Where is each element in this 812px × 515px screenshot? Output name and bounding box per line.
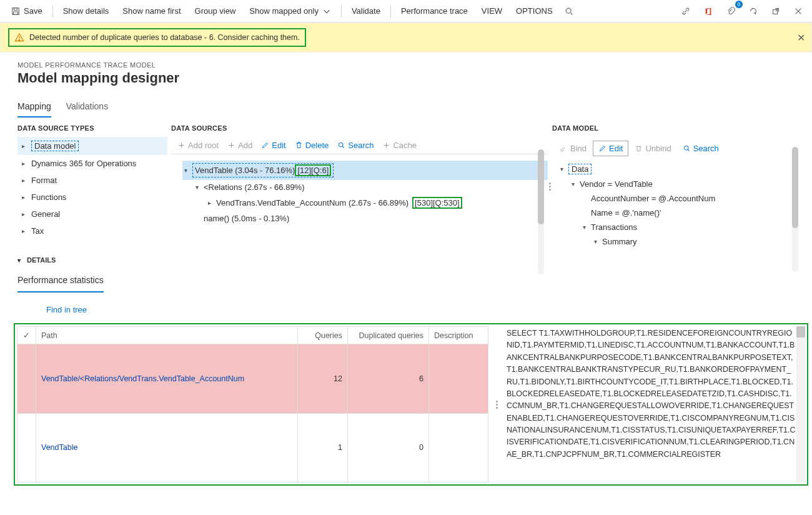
details-section: ▾DETAILS Performance statistics Find in … — [0, 249, 812, 314]
unbind-button[interactable]: Unbind — [630, 141, 676, 156]
close-button[interactable] — [790, 2, 807, 20]
tab-validations[interactable]: Validations — [66, 98, 108, 118]
group-view-button[interactable]: Group view — [189, 2, 242, 19]
path-link[interactable]: VendTable — [41, 443, 77, 452]
view-menu[interactable]: VIEW — [475, 2, 508, 19]
trash-icon — [295, 141, 303, 149]
ds-type-functions[interactable]: Functions — [17, 189, 167, 206]
warning-close-button[interactable]: ✕ — [797, 32, 805, 44]
warning-highlight: Detected number of duplicate queries to … — [8, 28, 306, 47]
add-button[interactable]: Add — [227, 141, 252, 150]
svg-line-15 — [342, 146, 344, 148]
data-sources-tree: VendTable (3.04s - 76.16%)[12][Q:6] <Rel… — [171, 154, 548, 226]
data-model-heading: DATA MODEL — [552, 124, 802, 132]
show-name-first-button[interactable]: Show name first — [116, 2, 187, 19]
ds-node-vendtable[interactable]: VendTable (3.04s - 76.16%)[12][Q:6] — [182, 161, 548, 180]
data-sources-toolbar: Add root Add Edit Delete Search Cache — [171, 137, 548, 154]
dm-node-name[interactable]: Name = @.'name()' — [558, 206, 800, 220]
trash-icon — [635, 144, 643, 152]
page-title: Model mapping designer — [17, 70, 795, 86]
performance-stats-table: ✓ Path Queries Duplicated queries Descri… — [17, 326, 488, 482]
data-model-toolbar: Bind Edit Unbind Search — [552, 137, 802, 161]
cache-button[interactable]: Cache — [382, 141, 417, 150]
warning-text: Detected number of duplicate queries to … — [29, 33, 300, 42]
options-menu[interactable]: OPTIONS — [510, 2, 559, 19]
details-splitter[interactable] — [495, 401, 499, 409]
svg-point-18 — [684, 146, 688, 150]
dm-search-button[interactable]: Search — [678, 141, 724, 156]
attachments-badge: 0 — [735, 1, 743, 8]
svg-line-4 — [570, 12, 572, 14]
separator — [341, 5, 342, 18]
ds-type-data-model[interactable]: Data model — [17, 137, 167, 155]
col-dup-queries[interactable]: Duplicated queries — [348, 327, 429, 344]
data-sources-heading: DATA SOURCES — [171, 124, 548, 132]
svg-line-19 — [688, 149, 689, 151]
path-link[interactable]: VendTable/<Relations/VendTrans.VendTable… — [41, 374, 244, 383]
search-button[interactable]: Search — [337, 141, 374, 150]
tab-performance-statistics[interactable]: Performance statistics — [17, 272, 104, 292]
stat-vendtrans: [530][Q:530] — [412, 197, 462, 209]
column-splitter[interactable] — [548, 182, 552, 191]
edit-button[interactable]: Edit — [261, 141, 285, 150]
pencil-icon — [598, 144, 607, 152]
popout-icon — [771, 7, 780, 16]
table-row[interactable]: VendTable 1 0 — [17, 413, 488, 482]
add-root-button[interactable]: Add root — [177, 141, 219, 150]
ds-node-name-fn[interactable]: name() (5.0ms - 0.13%) — [182, 211, 548, 226]
ds-node-relations[interactable]: <Relations (2.67s - 66.89%) — [182, 180, 548, 194]
data-model-panel: DATA MODEL Bind Edit Unbind Search Data … — [552, 124, 802, 249]
ds-type-d365fo[interactable]: Dynamics 365 for Operations — [17, 155, 167, 172]
attachments-button[interactable]: 0 — [722, 2, 740, 20]
sql-preview-pane: SELECT T1.TAXWITHHOLDGROUP,T1.RESIDENCEF… — [505, 326, 805, 482]
find-in-tree-link[interactable]: Find in tree — [46, 305, 798, 314]
edit-binding-button[interactable]: Edit — [593, 141, 628, 156]
dm-node-summary[interactable]: Summary — [558, 234, 800, 249]
dm-node-account[interactable]: AccountNumber = @.AccountNum — [558, 191, 800, 206]
svg-point-3 — [566, 8, 571, 13]
dm-node-transactions[interactable]: Transactions — [558, 220, 800, 234]
popout-button[interactable] — [767, 2, 785, 20]
col-description[interactable]: Description — [429, 327, 488, 344]
data-model-scrollbar[interactable] — [792, 147, 798, 272]
designer-tabs: Mapping Validations — [17, 98, 795, 118]
refresh-icon — [749, 7, 758, 16]
office-icon[interactable] — [700, 2, 717, 20]
dm-node-vendor[interactable]: Vendor = VendTable — [558, 177, 800, 191]
show-mapped-only-button[interactable]: Show mapped only — [243, 2, 337, 19]
details-header[interactable]: ▾DETAILS — [17, 256, 798, 264]
search-icon — [565, 7, 573, 16]
ds-type-format[interactable]: Format — [17, 172, 167, 189]
bind-button[interactable]: Bind — [555, 141, 592, 156]
ds-type-general[interactable]: General — [17, 206, 167, 222]
col-check[interactable]: ✓ — [17, 327, 36, 344]
tab-mapping[interactable]: Mapping — [17, 98, 51, 118]
search-icon — [683, 144, 691, 152]
data-sources-panel: DATA SOURCES Add root Add Edit Delete Se… — [167, 124, 548, 249]
table-row[interactable]: VendTable/<Relations/VendTrans.VendTable… — [17, 344, 488, 414]
performance-trace-button[interactable]: Performance trace — [395, 2, 474, 19]
dm-node-data[interactable]: Data — [558, 161, 800, 177]
col-queries[interactable]: Queries — [298, 327, 348, 344]
save-button[interactable]: Save — [5, 2, 49, 19]
chevron-down-icon — [322, 7, 331, 16]
warning-icon — [14, 32, 24, 42]
breadcrumb: MODEL PERFORMANCE TRACE MODEL — [17, 61, 795, 69]
delete-button[interactable]: Delete — [295, 141, 329, 150]
pencil-icon — [261, 141, 269, 149]
ds-node-vendtrans[interactable]: VendTrans.VendTable_AccountNum (2.67s - … — [182, 194, 548, 211]
toolbar: Save Show details Show name first Group … — [0, 0, 812, 22]
link-icon[interactable] — [677, 2, 695, 20]
refresh-button[interactable] — [745, 2, 762, 20]
validate-button[interactable]: Validate — [345, 2, 387, 19]
svg-rect-2 — [14, 11, 18, 14]
svg-point-9 — [19, 39, 19, 40]
col-path[interactable]: Path — [36, 327, 298, 344]
svg-point-14 — [339, 142, 344, 147]
toolbar-search-button[interactable] — [560, 2, 578, 20]
ds-type-tax[interactable]: Tax — [17, 222, 167, 239]
show-details-button[interactable]: Show details — [57, 2, 116, 19]
save-label: Save — [24, 6, 42, 16]
data-sources-scrollbar[interactable] — [538, 149, 544, 274]
sql-scrollbar[interactable] — [796, 326, 805, 482]
